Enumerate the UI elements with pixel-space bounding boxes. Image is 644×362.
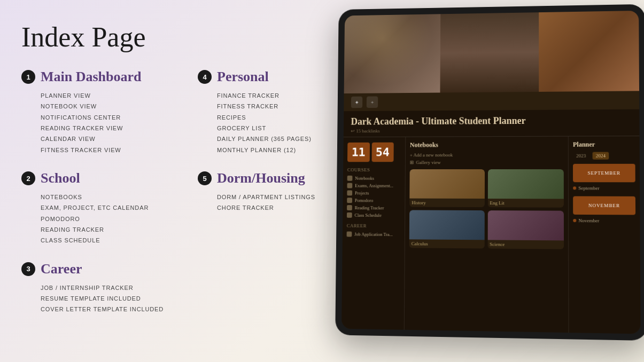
gallery-view-button[interactable]: ⊞ Gallery view <box>410 160 564 165</box>
planner-column: Planner 2023 2024 SEPTEMBER September <box>569 136 641 334</box>
month-label-november: November <box>578 218 599 223</box>
section-4-number: 4 <box>198 70 212 84</box>
notebook-grid: History Eng Lit Calculus <box>409 169 564 249</box>
nav-item-career[interactable]: Job Application Tra... <box>347 231 401 239</box>
nav-icon <box>347 232 352 237</box>
notebook-thumb <box>487 169 564 199</box>
notion-toolbar: ✦ + <box>344 91 639 111</box>
section-1: 1 Main Dashboard PLANNER VIEW NOTEBOOK V… <box>21 69 176 155</box>
nav-item-reading[interactable]: Reading Tracker <box>347 204 401 211</box>
nav-text: Pomodoro <box>355 198 374 203</box>
list-item[interactable]: READING TRACKER <box>41 224 176 235</box>
tablet-outer: ✦ + Dark Academia - Ultimate Student Pla… <box>335 4 644 341</box>
month-block-september: SEPTEMBER September <box>573 164 635 192</box>
section-5-title[interactable]: Dorm/Housing <box>217 170 305 186</box>
section-3-header: 3 Career <box>21 261 176 277</box>
section-3-title[interactable]: Career <box>41 261 82 277</box>
month-item-november[interactable]: November <box>573 217 635 225</box>
month-header-september[interactable]: SEPTEMBER <box>573 164 635 183</box>
list-item[interactable]: NOTEBOOKS <box>41 192 176 202</box>
list-item[interactable]: CALENDAR VIEW <box>41 133 176 144</box>
list-item[interactable]: CHORE TRACKER <box>217 202 353 213</box>
backlinks-text: ↩ 15 backlinks <box>351 127 632 133</box>
header-image-2 <box>440 12 539 92</box>
gallery-view-label: Gallery view <box>416 160 441 165</box>
notebook-card-history[interactable]: History <box>409 169 484 207</box>
list-item[interactable]: NOTEBOOK VIEW <box>41 101 176 112</box>
year-tab-2024[interactable]: 2024 <box>593 152 609 160</box>
list-item[interactable]: FINANCE TRACKER <box>217 90 353 101</box>
notebook-card-calculus[interactable]: Calculus <box>409 210 485 248</box>
month-header-november[interactable]: NOVEMBER <box>573 196 635 215</box>
section-5: 5 Dorm/Housing DORM / APARTMENT LISTINGS… <box>198 170 353 214</box>
sidebar-nav: Courses Notebooks Exams, Assignment... <box>347 167 401 238</box>
notebooks-column: Notebooks + Add a new notebook ⊞ Gallery… <box>405 137 569 333</box>
list-item[interactable]: FITNESS TRACKER VIEW <box>41 145 176 155</box>
list-item[interactable]: MONTHLY PLANNER (12) <box>217 145 353 155</box>
career-label: Career <box>347 223 401 229</box>
tablet-screen: ✦ + Dark Academia - Ultimate Student Pla… <box>342 11 641 334</box>
section-2-number: 2 <box>21 171 35 185</box>
notebook-label: Science <box>487 240 564 249</box>
list-item[interactable]: DORM / APARTMENT LISTINGS <box>217 192 353 202</box>
header-image-1 <box>344 14 441 93</box>
section-1-title[interactable]: Main Dashboard <box>41 69 142 85</box>
nav-text: Notebooks <box>355 176 374 181</box>
tablet-container: ✦ + Dark Academia - Ultimate Student Pla… <box>334 5 644 358</box>
nav-item-projects[interactable]: Projects <box>347 189 400 196</box>
list-item[interactable]: DAILY PLANNER (365 PAGES) <box>217 133 353 144</box>
toolbar-icon-2[interactable]: + <box>367 96 378 108</box>
nav-text: Class Schedule <box>354 213 381 218</box>
list-item[interactable]: PLANNER VIEW <box>41 90 176 101</box>
notebooks-title: Notebooks <box>410 141 564 149</box>
nav-text: Job Application Tra... <box>354 232 393 237</box>
section-2-title[interactable]: School <box>41 170 80 186</box>
year-tab-2023[interactable]: 2023 <box>573 152 589 160</box>
clock-hours: 11 <box>347 143 370 162</box>
list-item[interactable]: JOB / INTERNSHIP TRACKER <box>41 282 176 293</box>
list-item[interactable]: COVER LETTER TEMPLATE INCLUDED <box>41 304 176 314</box>
dark-academia-title: Dark Academia - Ultimate Student Planner <box>351 115 632 128</box>
nav-text: Projects <box>355 190 369 195</box>
nav-item-exams[interactable]: Exams, Assignment... <box>347 182 400 190</box>
month-label-september: September <box>578 185 599 191</box>
section-3-number: 3 <box>21 262 35 276</box>
list-item[interactable]: POMODORO <box>41 214 176 224</box>
nav-icon <box>347 198 352 203</box>
list-item[interactable]: CLASS SCHEDULE <box>41 235 176 246</box>
list-item[interactable]: READING TRACKER VIEW <box>41 123 176 133</box>
notebook-label: Calculus <box>409 239 484 248</box>
nav-item-notebooks[interactable]: Notebooks <box>347 175 401 182</box>
notebook-thumb <box>487 210 564 240</box>
month-item-september[interactable]: September <box>573 184 635 192</box>
list-item[interactable]: NOTIFICATIONS CENTER <box>41 112 176 123</box>
notebook-card-science[interactable]: Science <box>487 210 564 249</box>
list-item[interactable]: EXAM, PROJECT, ETC CALENDAR <box>41 202 176 213</box>
list-item[interactable]: RESUME TEMPLATE INCLUDED <box>41 293 176 304</box>
section-2-items: NOTEBOOKS EXAM, PROJECT, ETC CALENDAR PO… <box>21 192 176 246</box>
section-1-number: 1 <box>21 70 35 84</box>
add-notebook-label: + Add a new notebook <box>410 152 453 158</box>
nav-item-class[interactable]: Class Schedule <box>347 211 401 219</box>
list-item[interactable]: RECIPES <box>217 112 353 123</box>
section-3-items: JOB / INTERNSHIP TRACKER RESUME TEMPLATE… <box>21 282 176 315</box>
backlinks-icon: ↩ <box>351 128 356 133</box>
courses-label: Courses <box>347 167 401 172</box>
clock-display: 11 54 <box>347 143 401 162</box>
section-2-header: 2 School <box>21 170 176 186</box>
list-item[interactable]: FITNESS TRACKER <box>217 101 353 112</box>
section-2: 2 School NOTEBOOKS EXAM, PROJECT, ETC CA… <box>21 170 176 246</box>
statue-image <box>344 14 441 93</box>
notebook-card-englit[interactable]: Eng Lit <box>487 169 564 208</box>
nav-item-pomodoro[interactable]: Pomodoro <box>347 196 400 204</box>
left-panel: Index Page 1 Main Dashboard PLANNER VIEW… <box>21 21 353 330</box>
list-item[interactable]: GROCERY LIST <box>217 123 353 133</box>
nav-text: Exams, Assignment... <box>355 183 393 188</box>
section-4-title[interactable]: Personal <box>217 69 269 85</box>
index-grid: 1 Main Dashboard PLANNER VIEW NOTEBOOK V… <box>21 69 353 330</box>
toolbar-icon-1[interactable]: ✦ <box>351 97 362 108</box>
books-image <box>539 11 639 92</box>
clock-column: 11 54 Courses Notebooks Exams, Ass <box>342 137 406 330</box>
nav-icon <box>347 183 352 188</box>
add-notebook-button[interactable]: + Add a new notebook <box>410 152 564 158</box>
